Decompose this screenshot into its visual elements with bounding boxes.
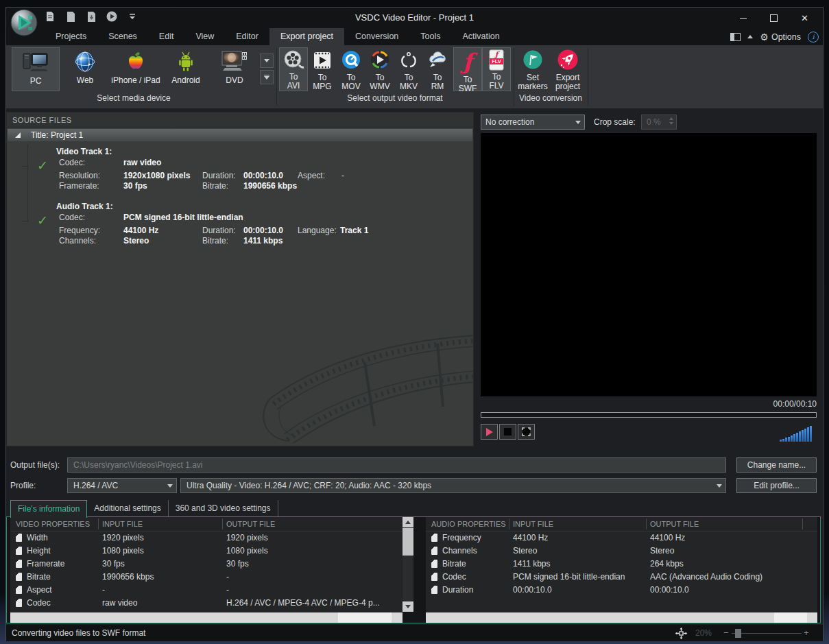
- change-name-button[interactable]: Change name...: [736, 457, 817, 473]
- property-doc-icon: [431, 586, 437, 594]
- property-doc-icon: [431, 547, 437, 555]
- project-tree-row[interactable]: Title: Project 1: [8, 129, 472, 141]
- format-to-mkv-button[interactable]: ToMKV: [394, 47, 423, 91]
- vscroll-thumb[interactable]: [403, 528, 413, 556]
- zoom-in-button[interactable]: +: [804, 625, 809, 641]
- table-row[interactable]: Channels Stereo Stereo: [426, 545, 817, 558]
- volume-meter[interactable]: [780, 425, 817, 442]
- video-bitrate-value: 1990656 kbps: [243, 181, 297, 191]
- format-to-rm-button[interactable]: ToRM: [423, 47, 452, 91]
- stop-button[interactable]: [499, 424, 516, 440]
- collapse-ribbon-icon[interactable]: [747, 35, 753, 38]
- tab-files-information[interactable]: File's information: [10, 500, 87, 518]
- video-codec-label: Codec:: [59, 158, 85, 167]
- table-row[interactable]: Duration 00:00:10.0 00:00:10.0: [426, 584, 817, 597]
- edit-profile-button[interactable]: Edit profile...: [736, 478, 817, 493]
- format-to-wmv-button[interactable]: ToWMV: [365, 47, 394, 91]
- device-scroll-down-icon[interactable]: [260, 53, 274, 68]
- device-scroll-buttons: [260, 53, 274, 84]
- table-row[interactable]: Aspect - -: [10, 584, 403, 597]
- video-table-vscrollbar[interactable]: [403, 517, 413, 612]
- table-row[interactable]: Codec PCM signed 16-bit little-endian AA…: [426, 571, 817, 584]
- conversion-group-caption: Video conversion: [516, 93, 585, 104]
- hscroll-thumb[interactable]: [338, 612, 392, 623]
- menu-conversion[interactable]: Conversion: [344, 28, 409, 45]
- property-doc-icon: [16, 586, 22, 594]
- set-markers-button[interactable]: Set markers: [516, 47, 549, 91]
- profile-desc-select[interactable]: Ultra Quality - Video: H.264 / AVC; CRF:…: [180, 478, 726, 493]
- export-project-button[interactable]: Export project: [551, 47, 585, 91]
- pan-fit-icon[interactable]: [675, 628, 687, 642]
- table-row[interactable]: Codec raw video H.264 / AVC / MPEG-4 AVC…: [10, 597, 403, 610]
- profile-label: Profile:: [10, 481, 36, 490]
- hscroll-thumb[interactable]: [774, 612, 807, 623]
- maximize-button[interactable]: [758, 8, 789, 28]
- table-row[interactable]: Bitrate 1411 kbps 264 kbps: [426, 558, 817, 571]
- device-dvd-button[interactable]: DVD: [211, 47, 259, 91]
- col-output-file: OUTPUT FILE: [226, 517, 275, 531]
- table-row[interactable]: Frequency 44100 Hz 44100 Hz: [426, 532, 817, 545]
- output-path-input[interactable]: C:\Users\ryanc\Videos\Project 1.avi: [67, 457, 726, 473]
- fullscreen-button[interactable]: [518, 424, 535, 440]
- audio-duration-label: Duration:: [202, 226, 236, 235]
- menu-activation[interactable]: Activation: [451, 28, 510, 45]
- table-row[interactable]: Width 1920 pixels 1920 pixels: [10, 532, 403, 545]
- flv-file-icon: ƒ FLV: [487, 49, 506, 71]
- audio-table-hscrollbar[interactable]: [426, 612, 817, 623]
- play-button[interactable]: [481, 424, 498, 440]
- preview-seekbar[interactable]: [481, 412, 817, 418]
- audio-track-check-icon: ✓: [37, 213, 48, 228]
- menu-editor[interactable]: Editor: [225, 28, 269, 45]
- info-icon[interactable]: i: [808, 32, 819, 43]
- device-android-button[interactable]: Android: [165, 47, 206, 91]
- gear-icon: ⚙: [760, 32, 769, 42]
- video-table-hscrollbar[interactable]: [10, 612, 403, 623]
- options-button[interactable]: ⚙ Options: [760, 32, 801, 42]
- table-row[interactable]: Framerate 30 fps 30 fps: [10, 558, 403, 571]
- menu-edit[interactable]: Edit: [148, 28, 185, 45]
- layout-panels-icon[interactable]: [730, 33, 741, 41]
- table-row[interactable]: Height 1080 pixels 1080 pixels: [10, 545, 403, 558]
- step-up-icon[interactable]: [669, 117, 673, 120]
- format-to-swf-button[interactable]: ƒ ToSWF: [453, 47, 482, 91]
- step-down-icon[interactable]: [669, 122, 673, 125]
- zoom-slider-thumb[interactable]: [735, 629, 741, 638]
- menu-export-project[interactable]: Export project: [269, 28, 344, 45]
- menu-scenes[interactable]: Scenes: [97, 28, 148, 45]
- video-properties-table: VIDEO PROPERTIES INPUT FILE OUTPUT FILE …: [10, 517, 403, 612]
- play-icon: [486, 428, 493, 436]
- tree-expander-icon[interactable]: [15, 132, 21, 138]
- correction-select[interactable]: No correction: [481, 115, 585, 130]
- zoom-slider-track[interactable]: [732, 633, 802, 634]
- crop-scale-stepper[interactable]: 0 %: [641, 115, 677, 130]
- table-row[interactable]: Bitrate 1990656 kbps -: [10, 571, 403, 584]
- options-label: Options: [771, 32, 801, 42]
- desktop: VSDC Video Editor - Project 1 ✕ Projects…: [0, 0, 829, 644]
- device-iphone-ipad-button[interactable]: iPhone / iPad: [109, 47, 163, 91]
- device-pc-button[interactable]: PC: [12, 47, 60, 91]
- format-to-avi-button[interactable]: ToAVI: [279, 47, 308, 91]
- titlebar: VSDC Video Editor - Project 1 ✕: [6, 8, 823, 28]
- property-doc-icon: [16, 573, 22, 581]
- tab-additional-settings[interactable]: Additional settings: [87, 500, 168, 516]
- profile-select[interactable]: H.264 / AVC: [67, 478, 177, 493]
- scroll-up-icon[interactable]: [403, 517, 413, 527]
- device-web-button[interactable]: Web: [67, 47, 104, 91]
- profile-select-value: H.264 / AVC: [73, 481, 118, 490]
- device-more-icon[interactable]: [260, 70, 274, 84]
- format-to-flv-button[interactable]: ƒ FLV ToFLV: [482, 47, 511, 91]
- menu-projects[interactable]: Projects: [45, 28, 97, 45]
- menu-tools[interactable]: Tools: [409, 28, 451, 45]
- close-button[interactable]: ✕: [789, 8, 820, 28]
- video-framerate-value: 30 fps: [123, 181, 147, 191]
- format-to-mpg-button[interactable]: ToMPG: [308, 47, 337, 91]
- zoom-out-button[interactable]: −: [723, 625, 729, 641]
- vsdc-logo-icon[interactable]: [10, 9, 38, 36]
- audio-codec-label: Codec:: [59, 213, 85, 222]
- menu-items: Projects Scenes Edit View Editor Export …: [45, 28, 511, 45]
- menu-view[interactable]: View: [184, 28, 225, 45]
- minimize-button[interactable]: [728, 8, 758, 28]
- format-to-mov-button[interactable]: ToMOV: [337, 47, 365, 91]
- scroll-down-icon[interactable]: [403, 601, 413, 612]
- tab-360-3d-settings[interactable]: 360 and 3D video settings: [169, 500, 278, 516]
